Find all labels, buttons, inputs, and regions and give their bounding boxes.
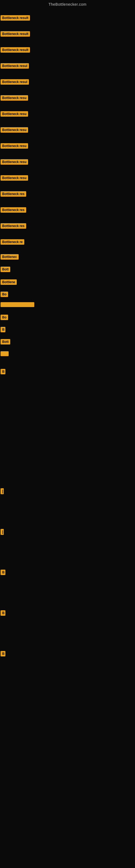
bottleneck-badge-2: Bottleneck result bbox=[1, 31, 30, 37]
bottleneck-badge-26: | bbox=[1, 488, 4, 494]
bottleneck-badge-27: | bbox=[1, 529, 4, 535]
bottleneck-badge-25: B bbox=[1, 369, 5, 374]
bottleneck-badge-23: Bott bbox=[1, 339, 10, 344]
bottleneck-badge-18: Bottlene bbox=[1, 279, 17, 285]
bottleneck-badge-24 bbox=[1, 351, 9, 356]
site-title: TheBottlenecker.com bbox=[0, 0, 135, 8]
bottleneck-badge-8: Bottleneck resu bbox=[1, 127, 28, 133]
bottleneck-badge-10: Bottleneck resu bbox=[1, 159, 28, 165]
bottleneck-badge-30: B bbox=[1, 651, 5, 656]
bottleneck-badge-3: Bottleneck result bbox=[1, 47, 30, 53]
bottleneck-badge-14: Bottleneck res bbox=[1, 223, 26, 229]
bottleneck-badge-6: Bottleneck resu bbox=[1, 95, 28, 101]
bottleneck-badge-11: Bottleneck resu bbox=[1, 175, 28, 181]
bottleneck-badge-12: Bottleneck res bbox=[1, 191, 26, 197]
bottleneck-badge-15: Bottleneck re bbox=[1, 239, 24, 245]
bottleneck-badge-5: Bottleneck resul bbox=[1, 79, 29, 85]
bottleneck-badge-7: Bottleneck resu bbox=[1, 111, 28, 117]
bottleneck-badge-17: Bott bbox=[1, 267, 10, 272]
bottleneck-badge-13: Bottleneck res bbox=[1, 207, 26, 213]
bottleneck-badge-1: Bottleneck result bbox=[1, 15, 30, 21]
bottleneck-badge-9: Bottleneck resu bbox=[1, 143, 28, 149]
page-container: TheBottlenecker.com Bottleneck resultBot… bbox=[0, 0, 135, 868]
bottleneck-badge-28: B bbox=[1, 569, 5, 575]
bottleneck-badge-20 bbox=[1, 302, 34, 307]
bottleneck-badge-4: Bottleneck resul bbox=[1, 63, 29, 69]
bottleneck-badge-19: Bo bbox=[1, 291, 8, 297]
bottleneck-badge-21: Bo bbox=[1, 315, 8, 320]
bottleneck-badge-22: B bbox=[1, 327, 5, 332]
bottleneck-badge-29: B bbox=[1, 610, 5, 616]
bottleneck-badge-16: Bottlenec bbox=[1, 254, 18, 259]
